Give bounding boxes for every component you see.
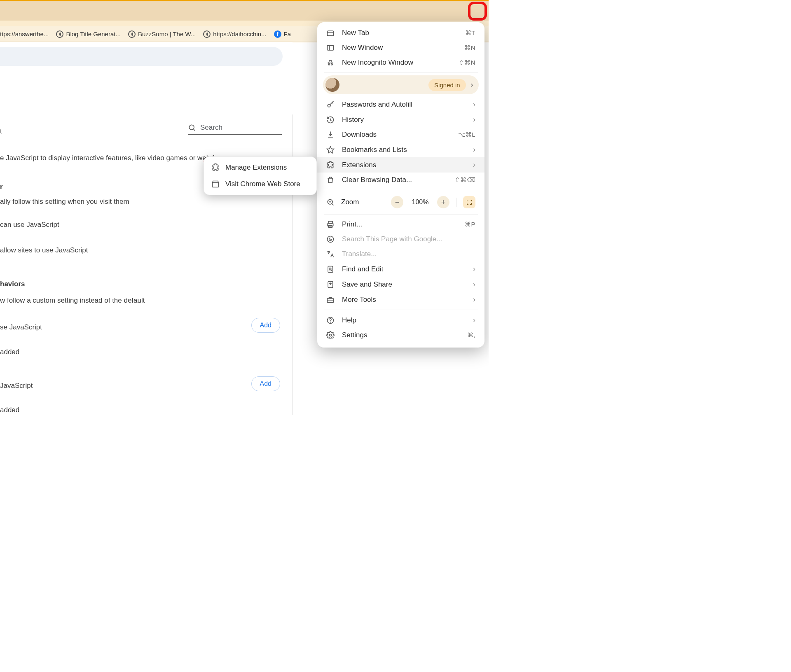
tab-strip <box>0 0 489 21</box>
share-icon <box>326 280 335 289</box>
bookmark-label: https://daihocchin... <box>213 30 266 37</box>
menu-label: Passwords and Autofill <box>342 100 466 109</box>
menu-help[interactable]: Help› <box>317 313 484 328</box>
cut-text: w follow a custom setting instead of the… <box>0 296 145 305</box>
cut-text: added <box>0 348 19 356</box>
chevron-right-icon: › <box>473 115 475 124</box>
menu-clear-data[interactable]: Clear Browsing Data... ⇧⌘⌫ <box>317 173 484 187</box>
menu-incognito[interactable]: New Incognito Window ⇧⌘N <box>317 55 484 70</box>
search-placeholder: Search <box>200 124 222 132</box>
globe-icon <box>56 30 63 38</box>
svg-point-4 <box>189 125 194 130</box>
extensions-submenu: Manage Extensions Visit Chrome Web Store <box>204 156 317 195</box>
bookmark-label: Blog Title Generat... <box>66 30 121 37</box>
globe-icon <box>203 30 211 38</box>
svg-rect-6 <box>213 183 219 187</box>
menu-settings[interactable]: Settings ⌘, <box>317 328 484 343</box>
chevron-right-icon: › <box>473 295 475 304</box>
menu-shortcut: ⌘N <box>464 44 475 51</box>
menu-label: Save and Share <box>342 280 466 289</box>
cut-text: t <box>0 127 2 135</box>
cut-text: se JavaScript <box>0 323 42 331</box>
menu-label: Extensions <box>342 161 466 169</box>
chevron-right-icon: › <box>473 145 475 154</box>
section-search[interactable]: Search <box>188 124 282 135</box>
svg-rect-25 <box>328 298 334 302</box>
cut-text: allow sites to use JavaScript <box>0 246 88 254</box>
menu-passwords[interactable]: Passwords and Autofill› <box>317 97 484 112</box>
menu-shortcut: ⌘, <box>467 331 475 339</box>
menu-shortcut: ⌘T <box>465 29 475 37</box>
svg-rect-7 <box>328 31 334 36</box>
fullscreen-button[interactable] <box>463 196 475 208</box>
settings-page: t Search e JavaScript to display interac… <box>0 42 293 415</box>
chevron-right-icon: › <box>471 81 473 89</box>
menu-new-window[interactable]: New Window ⌘N <box>317 40 484 55</box>
bookmark-item[interactable]: https://daihocchin... <box>203 30 266 38</box>
chevron-right-icon: › <box>473 280 475 289</box>
menu-label: New Window <box>342 44 457 52</box>
chevron-right-icon: › <box>473 265 475 273</box>
add-button[interactable]: Add <box>251 318 280 333</box>
zoom-in-button[interactable]: + <box>437 196 449 208</box>
fullscreen-icon <box>466 199 473 205</box>
bookmark-item[interactable]: fFa <box>274 30 291 38</box>
menu-share[interactable]: Save and Share› <box>317 277 484 292</box>
window-icon <box>326 44 335 52</box>
signed-in-badge: Signed in <box>428 79 466 91</box>
svg-point-28 <box>330 334 332 336</box>
zoom-out-button[interactable]: − <box>391 196 403 208</box>
profile-row[interactable]: Signed in › <box>323 75 479 94</box>
globe-icon <box>128 30 136 38</box>
help-icon <box>326 316 335 324</box>
menu-print[interactable]: Print... ⌘P <box>317 217 484 232</box>
puzzle-icon <box>211 163 220 172</box>
cut-text: can use JavaScript <box>0 221 59 229</box>
menu-label: More Tools <box>342 296 466 304</box>
settings-search-pill[interactable] <box>0 47 283 66</box>
gear-icon <box>326 331 335 339</box>
chevron-right-icon: › <box>473 161 475 169</box>
menu-label: Print... <box>342 220 457 229</box>
key-icon <box>326 100 335 109</box>
menu-label: History <box>342 116 466 124</box>
menu-find[interactable]: Find and Edit› <box>317 261 484 277</box>
zoom-label: Zoom <box>341 198 384 206</box>
cut-heading: haviors <box>0 280 25 288</box>
menu-downloads[interactable]: Downloads ⌥⌘L <box>317 127 484 142</box>
svg-line-14 <box>332 204 334 205</box>
menu-label: Translate... <box>342 250 475 258</box>
translate-icon <box>326 250 335 258</box>
chevron-right-icon: › <box>473 316 475 324</box>
find-icon <box>326 265 335 273</box>
menu-label: Clear Browsing Data... <box>342 176 447 184</box>
menu-label: Settings <box>342 331 460 339</box>
toolbox-icon <box>326 296 335 304</box>
menu-label: New Incognito Window <box>342 58 452 67</box>
incognito-icon <box>326 58 335 67</box>
menu-more-tools[interactable]: More Tools› <box>317 292 484 307</box>
menu-shortcut: ⌘P <box>465 221 475 228</box>
menu-separator <box>324 190 478 190</box>
svg-line-5 <box>194 129 195 131</box>
manage-extensions[interactable]: Manage Extensions <box>204 159 316 176</box>
menu-shortcut: ⇧⌘N <box>459 59 475 66</box>
menu-bookmarks[interactable]: Bookmarks and Lists› <box>317 142 484 157</box>
tab-icon <box>326 29 335 37</box>
bookmark-item[interactable]: Blog Title Generat... <box>56 30 121 38</box>
bookmark-label: BuzzSumo | The W... <box>138 30 196 37</box>
menu-extensions[interactable]: Extensions› <box>317 157 484 173</box>
bookmark-item[interactable]: ttps://answerthe... <box>0 30 49 37</box>
add-button[interactable]: Add <box>251 376 280 391</box>
bookmark-label: ttps://answerthe... <box>0 30 49 37</box>
menu-search-page: Search This Page with Google... <box>317 232 484 247</box>
menu-history[interactable]: History› <box>317 112 484 127</box>
menu-new-tab[interactable]: New Tab ⌘T <box>317 26 484 40</box>
bookmark-label: Fa <box>284 30 291 37</box>
svg-point-27 <box>330 322 331 322</box>
visit-web-store[interactable]: Visit Chrome Web Store <box>204 176 316 192</box>
menu-label: New Tab <box>342 29 458 37</box>
svg-rect-8 <box>328 45 334 50</box>
menu-shortcut: ⌥⌘L <box>458 131 475 138</box>
bookmark-item[interactable]: BuzzSumo | The W... <box>128 30 196 38</box>
